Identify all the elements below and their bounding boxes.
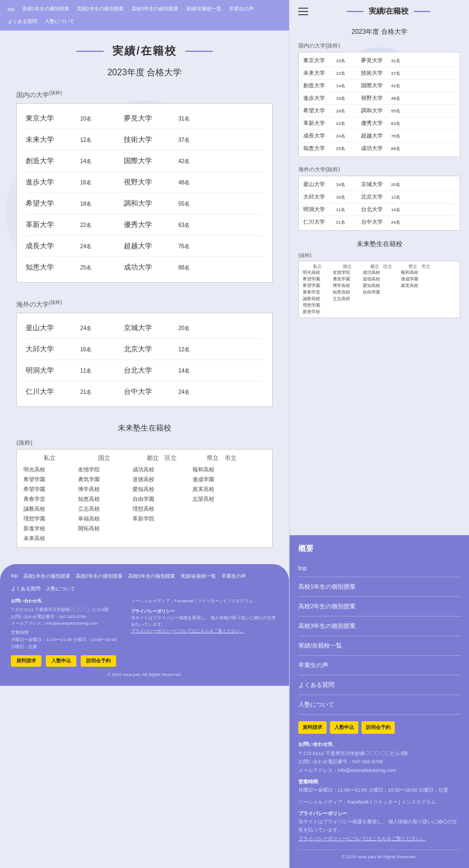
top-nav: top 高校1年生の個別授業 高校2年生の個別授業 高校3年生の個別授業 実績/… bbox=[0, 0, 289, 31]
sidebar-item-7[interactable]: 入塾について bbox=[298, 695, 460, 715]
footer-nav-4[interactable]: 実績/在籍校一覧 bbox=[181, 573, 217, 580]
nav-item-2[interactable]: 高校2年生の個別授業 bbox=[75, 4, 126, 14]
domestic-label: 国内の大学(抜粋) bbox=[16, 89, 273, 100]
nav-item-1[interactable]: 高校1年生の個別授業 bbox=[20, 4, 71, 14]
right-title-line-left bbox=[347, 11, 363, 12]
footer-nav: top 高校1年生の個別授業 高校2年生の個別授業 高校3年生の個別授業 実績/… bbox=[11, 573, 278, 592]
footer-btn-0[interactable]: 資料請求 bbox=[11, 655, 41, 667]
year-title: 2023年度 合格大学 bbox=[0, 67, 289, 79]
right-overseas-label: 海外の大学(抜粋) bbox=[298, 166, 460, 173]
title-line-right bbox=[185, 51, 213, 52]
nav-item-4[interactable]: 実績/在籍校一覧 bbox=[184, 4, 224, 14]
hamburger-line bbox=[298, 14, 308, 15]
sidebar-social: ソーシャルメディア：Facebook | ツイッター | インスタグラム bbox=[298, 798, 460, 806]
sidebar-btn-1[interactable]: 入塾申込 bbox=[330, 721, 358, 734]
footer-nav-top[interactable]: top bbox=[11, 573, 18, 580]
table-row: 革新大学 22名 優秀大学 63名 bbox=[26, 214, 263, 236]
sidebar-btn-2[interactable]: 説明会予約 bbox=[362, 721, 395, 734]
right-domestic-section: 国内の大学(抜粋) 東京大学 10名 夢見大学 31名 未来大学 12名 技術大… bbox=[298, 42, 460, 157]
right-school-header: 私立 国立 都立 区立 県立 市立 bbox=[302, 264, 456, 270]
right-page-title: 実績/在籍校 bbox=[369, 7, 409, 16]
domestic-table: 東京大学 10名 夢見大学 31名 未来大学 12名 技術大学 37名 創造大学… bbox=[16, 103, 273, 283]
sidebar-item-4[interactable]: 実績/在籍校一覧 bbox=[298, 636, 460, 656]
title-line-left bbox=[76, 51, 104, 52]
footer-copyright: © 2024 mirai-juku All Rights Reserved. bbox=[11, 672, 278, 677]
col-header-municipal: 県立 市立 bbox=[191, 454, 251, 462]
sidebar-buttons: 資料請求 入塾申込 説明会予約 bbox=[298, 721, 460, 734]
sidebar-email: メールアドレス：info@exampletutoring.com bbox=[298, 767, 460, 775]
school-title: 未来塾生在籍校 bbox=[16, 423, 273, 433]
right-panel: 実績/在籍校 2023年度 合格大学 国内の大学(抜粋) 東京大学 10名 夢見… bbox=[289, 0, 469, 868]
table-row: 明洞大学 11名 台北大学 14名 bbox=[26, 360, 263, 381]
col-header-national: 国立 bbox=[77, 454, 131, 462]
nav-item-top[interactable]: top bbox=[5, 5, 17, 13]
sidebar-privacy-link[interactable]: プライバシーポリシーについてはこちらをご覧ください。 bbox=[298, 835, 460, 843]
sidebar-phone: お問い合わせ電話番号：047-345-6789 bbox=[298, 758, 460, 766]
table-row: 東京大学 10名 夢見大学 31名 bbox=[303, 55, 455, 67]
school-header: 私立 国立 都立 区立 県立 市立 bbox=[22, 454, 267, 462]
sidebar-privacy-label: プライバシーポリシー bbox=[298, 810, 460, 818]
hamburger-line bbox=[298, 8, 308, 9]
sidebar-item-2[interactable]: 高校2年生の個別授業 bbox=[298, 597, 460, 616]
footer-nav-3[interactable]: 高校3年生の個別授業 bbox=[128, 573, 175, 580]
nav-item-5[interactable]: 卒業生の声 bbox=[227, 4, 256, 14]
footer-nav-7[interactable]: 入塾について bbox=[46, 585, 75, 592]
table-row: 成長大学 24名 超越大学 76名 bbox=[303, 130, 455, 142]
table-row: 釜山大学 24名 京城大学 20名 bbox=[303, 178, 455, 191]
footer-social: ソーシャルメディア：Facebook | ツイッター | インスタグラム bbox=[131, 598, 278, 604]
sidebar-hours-label: 営業時間 bbox=[298, 778, 460, 786]
right-content: 2023年度 合格大学 国内の大学(抜粋) 東京大学 10名 夢見大学 31名 … bbox=[290, 23, 469, 535]
right-title-line-right bbox=[414, 11, 430, 12]
sidebar-item-1[interactable]: 高校1年生の個別授業 bbox=[298, 577, 460, 597]
sidebar-menu: 概要 top 高校1年生の個別授業 高校2年生の個別授業 高校3年生の個別授業 … bbox=[290, 535, 469, 868]
table-row: 革新大学 22名 優秀大学 63名 bbox=[303, 117, 455, 130]
footer-btn-2[interactable]: 説明会予約 bbox=[81, 655, 116, 667]
footer-privacy: プライバシーポリシー 当サイトはプライバシー保護を重視し、 個人情報の取り扱いに… bbox=[131, 608, 278, 634]
sidebar-info: お問い合わせ先 〒272-0111 千葉県市川市妙典〇〇〇 〇〇ビル3階 お問い… bbox=[298, 740, 460, 843]
sidebar-address-label: お問い合わせ先 bbox=[298, 740, 460, 749]
right-school-title: 未来塾生在籍校 bbox=[298, 240, 460, 249]
sidebar-copyright: © 2024 mirai-juku All Rights Reserved. bbox=[298, 849, 460, 859]
footer-nav-2[interactable]: 高校2年生の個別授業 bbox=[76, 573, 123, 580]
table-row: 未来大学 12名 技術大学 37名 bbox=[303, 67, 455, 80]
footer-nav-5[interactable]: 卒業生の声 bbox=[221, 573, 246, 580]
table-row: 大邱大学 16名 北京大学 12名 bbox=[26, 339, 263, 360]
overseas-table: 釜山大学 24名 京城大学 20名 大邱大学 16名 北京大学 12名 明洞大学… bbox=[16, 313, 273, 407]
school-suffix: (抜粋) bbox=[16, 439, 273, 447]
table-row: 大邱大学 16名 北京大学 12名 bbox=[303, 191, 455, 203]
nav-item-6[interactable]: よくある質問 bbox=[5, 17, 39, 26]
sidebar-address: 〒272-0111 千葉県市川市妙典〇〇〇 〇〇ビル3階 bbox=[298, 750, 460, 758]
footer: top 高校1年生の個別授業 高校2年生の個別授業 高校3年生の個別授業 実績/… bbox=[0, 564, 289, 686]
table-row: 成長大学 24名 超越大学 76名 bbox=[26, 236, 263, 257]
footer-buttons: 資料請求 入塾申込 説明会予約 bbox=[11, 655, 278, 667]
nav-item-7[interactable]: 入塾について bbox=[43, 17, 76, 26]
footer-btn-1[interactable]: 入塾申込 bbox=[46, 655, 76, 667]
hamburger-line bbox=[298, 11, 308, 12]
sidebar-hours: 月曜日〜金曜日：11:00〜21:00 土曜日：10:00〜20:00 日曜日：… bbox=[298, 786, 460, 794]
col-header-prefectural: 都立 区立 bbox=[131, 454, 191, 462]
sidebar-item-6[interactable]: よくある質問 bbox=[298, 675, 460, 695]
school-data: 明光高校 希望学園 希望学園 青春学堂 誠教高校 理想学園 新進学校 未来高校 … bbox=[22, 465, 267, 543]
footer-address: お問い合わせ先 〒272-0111 千葉県市川市妙典〇〇〇 〇〇ビル3階 お問い… bbox=[11, 598, 120, 651]
footer-nav-1[interactable]: 高校1年生の個別授業 bbox=[23, 573, 70, 580]
privacy-link[interactable]: プライバシーポリシーについてはこちらをご覧ください。 bbox=[131, 628, 278, 634]
right-school-table: 私立 国立 都立 区立 県立 市立 明光高校 希望学園 希望学園 青春学堂 誠教… bbox=[298, 261, 460, 318]
sidebar-btn-0[interactable]: 資料請求 bbox=[298, 721, 327, 734]
prefectural-col: 成功高校 道徳高校 愛知高校 自由学園 理想高校 革新学院 bbox=[131, 465, 191, 543]
municipal-col: 報和高校 連成学園 真実高校 志望高校 bbox=[191, 465, 251, 543]
right-school-section: 未来塾生在籍校 (抜粋) 私立 国立 都立 区立 県立 市立 明光高校 希望学園… bbox=[298, 240, 460, 318]
col-header-private: 私立 bbox=[22, 454, 77, 462]
sidebar-item-top[interactable]: top bbox=[298, 559, 460, 577]
sidebar-privacy: 当サイトはプライバシー保護を重視し、 個人情報の取り扱いに細心の注意を払っていま… bbox=[298, 818, 460, 835]
table-row: 明洞大学 11名 台北大学 14名 bbox=[303, 203, 455, 216]
sidebar-item-3[interactable]: 高校3年生の個別授業 bbox=[298, 616, 460, 636]
right-title-wrapper: 実績/在籍校 bbox=[317, 7, 460, 16]
sidebar-item-5[interactable]: 卒業生の声 bbox=[298, 656, 460, 675]
footer-nav-6[interactable]: よくある質問 bbox=[11, 585, 40, 592]
nav-item-3[interactable]: 高校3年生の個別授業 bbox=[129, 4, 181, 14]
right-school-data: 明光高校 希望学園 希望学園 青春学堂 誠教高校 理想学園 新進学校 友情学院 … bbox=[302, 270, 456, 315]
table-row: 進歩大学 16名 視野大学 48名 bbox=[26, 172, 263, 193]
hamburger-menu[interactable] bbox=[298, 8, 308, 15]
table-row: 釜山大学 24名 京城大学 20名 bbox=[26, 318, 263, 339]
table-row: 希望大学 18名 調和大学 55名 bbox=[26, 193, 263, 214]
